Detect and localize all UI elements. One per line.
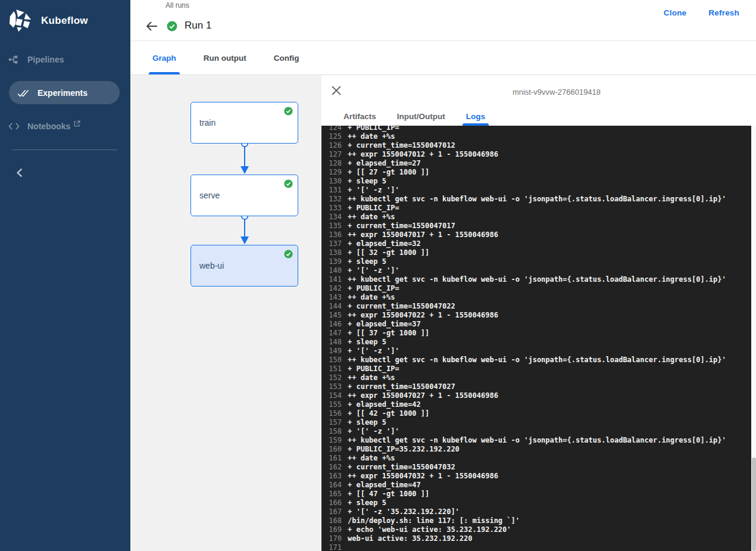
log-line: 164 + elapsed_time=47 — [321, 481, 751, 490]
kubeflow-brand: Kubeflow — [0, 0, 130, 35]
log-line: 158 + '[' -z ']' — [321, 427, 751, 436]
tab-config[interactable]: Config — [273, 42, 301, 74]
tab-logs[interactable]: Logs — [465, 107, 486, 126]
graph-node-web-ui[interactable]: web-ui — [190, 245, 298, 287]
log-line: 143 ++ date +%s — [321, 293, 751, 302]
log-line-number: 156 — [321, 409, 342, 418]
log-line-text: + sleep 5 — [348, 177, 386, 186]
sidebar-item-pipelines[interactable]: Pipelines — [0, 48, 130, 71]
log-line: 134 ++ date +%s — [321, 213, 751, 222]
log-line-text: + current_time=1550047022 — [348, 302, 455, 311]
refresh-button[interactable]: Refresh — [708, 8, 739, 17]
log-line-number: 167 — [321, 508, 342, 516]
log-scrollbar-track[interactable] — [751, 126, 756, 551]
sidebar-collapse-button[interactable] — [15, 168, 27, 178]
status-succeeded-icon — [167, 21, 177, 32]
log-line: 126 + current_time=1550047012 — [321, 141, 751, 150]
log-line: 137 + elapsed_time=32 — [321, 239, 751, 248]
log-line: 139 + sleep 5 — [321, 257, 751, 266]
log-line-text: + elapsed_time=47 — [348, 481, 421, 490]
log-line-text: + PUBLIC_IP= — [348, 126, 399, 132]
graph-node-train[interactable]: train — [190, 102, 298, 144]
log-line-number: 143 — [321, 293, 342, 302]
log-line-number: 135 — [321, 222, 342, 231]
pipelines-icon — [0, 54, 27, 65]
log-line-number: 159 — [321, 436, 342, 445]
log-line: 159 ++ kubectl get svc -n kubeflow web-u… — [321, 436, 751, 445]
tab-run-output[interactable]: Run output — [202, 42, 248, 74]
log-line-text: ++ date +%s — [348, 373, 395, 382]
log-line: 138 + [[ 32 -gt 1000 ]] — [321, 248, 751, 257]
log-line: 133 + PUBLIC_IP= — [321, 204, 751, 213]
log-line-text: + PUBLIC_IP= — [348, 365, 399, 373]
log-line-text: + elapsed_time=37 — [348, 320, 421, 329]
log-line-number: 126 — [321, 141, 342, 150]
node-label: web-ui — [199, 261, 224, 270]
log-line: 149 + '[' -z ']' — [321, 347, 751, 356]
log-line: 171 — [321, 543, 751, 551]
log-line-number: 130 — [321, 177, 342, 186]
log-line-number: 139 — [321, 257, 342, 266]
log-line: 160 + PUBLIC_IP=35.232.192.220 — [321, 445, 751, 454]
log-line: 148 + sleep 5 — [321, 338, 751, 347]
log-line-text: ++ date +%s — [348, 132, 395, 141]
log-line-text: + current_time=1550047032 — [348, 463, 455, 472]
status-succeeded-icon — [284, 179, 293, 188]
log-line-text: + PUBLIC_IP=35.232.192.220 — [348, 445, 460, 454]
log-line: 156 + [[ 42 -gt 1000 ]] — [321, 409, 751, 418]
log-line: 131 + '[' -z ']' — [321, 186, 751, 195]
log-line-text: + [[ 47 -gt 1000 ]] — [348, 490, 429, 499]
code-icon — [0, 122, 27, 130]
log-line-number: 131 — [321, 186, 342, 195]
log-line-number: 162 — [321, 463, 342, 472]
panel-title: mnist-v9vvw-2766019418 — [357, 88, 756, 96]
log-line-number: 124 — [321, 126, 342, 132]
log-line-text: + PUBLIC_IP= — [348, 284, 399, 293]
log-line: 142 + PUBLIC_IP= — [321, 284, 751, 293]
back-button[interactable] — [145, 20, 158, 32]
sidebar-item-experiments[interactable]: Experiments — [9, 81, 120, 104]
sidebar-item-label: Pipelines — [27, 55, 64, 64]
brand-name: Kubeflow — [41, 15, 88, 27]
run-tabs: Graph Run output Config — [130, 42, 756, 75]
log-line-text: ++ kubectl get svc -n kubeflow web-ui -o… — [348, 436, 726, 445]
graph-node-serve[interactable]: serve — [190, 175, 298, 216]
log-line-text: + current_time=1550047017 — [348, 222, 455, 231]
close-panel-button[interactable] — [332, 86, 342, 96]
log-line-number: 170 — [321, 534, 342, 543]
log-line-text: ++ date +%s — [348, 454, 395, 463]
clone-button[interactable]: Clone — [664, 8, 687, 17]
breadcrumb-all-runs[interactable]: All runs — [165, 1, 189, 10]
sidebar: Kubeflow Pipelines Experiments — [0, 0, 130, 551]
log-line-text: + '[' -z ']' — [348, 347, 399, 356]
log-line: 144 + current_time=1550047022 — [321, 302, 751, 311]
log-line-number: 149 — [321, 347, 342, 356]
log-line-text: + PUBLIC_IP= — [348, 204, 399, 213]
log-line-number: 147 — [321, 329, 342, 338]
log-line-text: web-ui active: 35.232.192.220 — [348, 534, 473, 543]
log-line-text: + sleep 5 — [348, 257, 386, 266]
log-scrollbar-thumb[interactable] — [752, 457, 756, 551]
log-line-text: + [[ 32 -gt 1000 ]] — [348, 248, 429, 257]
status-succeeded-icon — [284, 250, 293, 259]
status-succeeded-icon — [284, 107, 293, 116]
log-viewer[interactable]: 124 + PUBLIC_IP= 125 ++ date +%s 126 + c… — [321, 126, 751, 551]
log-line-text: + '[' -z ']' — [348, 186, 399, 195]
log-line-text: + '[' -z ']' — [348, 266, 399, 275]
tab-input-output[interactable]: Input/Output — [396, 107, 446, 126]
log-line-number: 151 — [321, 365, 342, 373]
sidebar-item-notebooks[interactable]: Notebooks — [0, 114, 130, 138]
log-line-text: + [[ 42 -gt 1000 ]] — [348, 409, 429, 418]
log-line-number: 153 — [321, 382, 342, 391]
log-line: 128 + elapsed_time=27 — [321, 159, 751, 168]
log-line-text: ++ kubectl get svc -n kubeflow web-ui -o… — [348, 195, 726, 204]
log-line-number: 155 — [321, 400, 342, 409]
log-line-number: 134 — [321, 213, 342, 222]
tab-graph[interactable]: Graph — [151, 42, 177, 74]
log-line-text: ++ expr 1550047012 + 1 - 1550046986 — [348, 150, 498, 159]
log-line-number: 128 — [321, 159, 342, 168]
tab-artifacts[interactable]: Artifacts — [342, 107, 377, 126]
sidebar-divider — [12, 150, 117, 150]
log-line-number: 164 — [321, 481, 342, 490]
log-line-text: + current_time=1550047027 — [348, 382, 455, 391]
